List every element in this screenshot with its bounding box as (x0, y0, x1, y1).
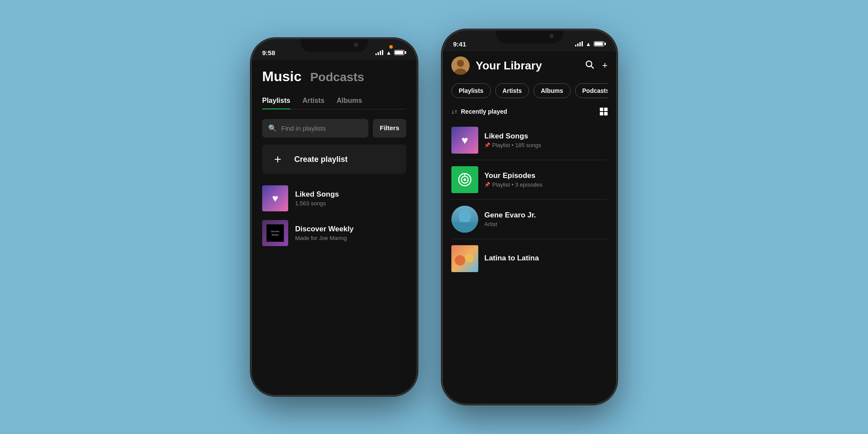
notch-2 (496, 30, 563, 43)
sort-text: Recently played (461, 108, 507, 115)
liked-songs-lib-name: Liked Songs (484, 132, 541, 141)
svg-point-13 (459, 210, 471, 224)
svg-rect-14 (451, 222, 478, 233)
gene-info: Gene Evaro Jr. Artist (484, 211, 536, 227)
search-button[interactable] (585, 59, 594, 72)
discover-weekly-name: Discover Weekly (295, 225, 354, 233)
pill-artists[interactable]: Artists (495, 83, 529, 98)
svg-line-7 (591, 66, 593, 68)
discover-weekly-info: Discover Weekly Made for Joe Maring (295, 225, 354, 241)
latina-name: Latina to Latina (484, 254, 539, 263)
svg-point-16 (455, 255, 465, 266)
tab-artists[interactable]: Artists (302, 97, 325, 109)
library-episodes[interactable]: Your Episodes 📌 Playlist • 3 episodes (451, 162, 608, 197)
gene-name: Gene Evaro Jr. (484, 211, 536, 220)
plus-icon: + (270, 151, 286, 167)
phone-1: 9:58 ▲ Music Podcasts (252, 39, 417, 395)
episodes-sub: 📌 Playlist • 3 episodes (484, 181, 542, 188)
phone-2: 9:41 ▲ (443, 30, 616, 404)
tab-playlists[interactable]: Playlists (262, 97, 290, 109)
svg-point-4 (457, 60, 464, 67)
library-gene[interactable]: Gene Evaro Jr. Artist (451, 201, 608, 237)
pin-icon-2: 📌 (484, 182, 490, 187)
liked-songs-info: Liked Songs 1,563 songs (295, 190, 339, 207)
liked-songs-lib-thumb: ♥ (451, 127, 478, 154)
filter-pills: Playlists Artists Albums Podcasts & Sho (451, 83, 608, 98)
search-box[interactable]: 🔍 Find in playlists (262, 119, 368, 138)
sort-arrows: ↓↑ (451, 108, 457, 115)
liked-songs-lib-info: Liked Songs 📌 Playlist • 185 songs (484, 132, 541, 148)
tabs-row: Playlists Artists Albums (262, 97, 406, 109)
pill-podcasts[interactable]: Podcasts & Sho (575, 83, 608, 98)
tab-albums[interactable]: Albums (337, 97, 362, 109)
status-time-1: 9:58 (262, 49, 275, 56)
add-button[interactable]: + (602, 60, 608, 71)
music-header: Music Podcasts (262, 69, 406, 85)
podcasts-title[interactable]: Podcasts (310, 70, 365, 84)
signal-bars-1 (375, 50, 383, 55)
phone2-screen: Your Library + Playlists Art (443, 51, 616, 404)
status-icons-2: ▲ (575, 41, 606, 47)
filters-button[interactable]: Filters (373, 119, 406, 138)
library-liked-songs[interactable]: ♥ Liked Songs 📌 Playlist • 185 songs (451, 122, 608, 158)
create-playlist-label: Create playlist (294, 155, 348, 164)
battery-icon-2 (594, 41, 606, 46)
phone1-screen: Music Podcasts Playlists Artists Albums (252, 60, 417, 395)
svg-point-17 (465, 254, 474, 263)
heart-icon: ♥ (272, 192, 278, 204)
search-icon: 🔍 (268, 124, 277, 132)
signal-bars-2 (575, 41, 583, 46)
sort-row: ↓↑ Recently played (451, 108, 608, 115)
notch-1 (301, 39, 368, 52)
svg-point-10 (464, 178, 466, 181)
header-actions: + (585, 59, 608, 72)
wifi-icon-1: ▲ (386, 49, 391, 56)
latina-info: Latina to Latina (484, 254, 539, 264)
search-row: 🔍 Find in playlists Filters (262, 119, 406, 138)
episodes-thumb (451, 166, 478, 193)
avatar[interactable] (451, 56, 470, 75)
liked-songs-lib-sub: 📌 Playlist • 185 songs (484, 142, 541, 148)
pill-playlists[interactable]: Playlists (451, 83, 491, 98)
library-header: Your Library + (451, 56, 608, 75)
phones-container: 9:58 ▲ Music Podcasts (252, 30, 616, 404)
liked-songs-name: Liked Songs (295, 190, 339, 199)
status-icons-1: ▲ (375, 49, 406, 56)
orange-dot (389, 45, 393, 49)
discover-weekly-thumb: Discover Weekly (262, 220, 288, 246)
episodes-info: Your Episodes 📌 Playlist • 3 episodes (484, 171, 542, 188)
gene-sub: Artist (484, 221, 536, 227)
sort-label[interactable]: ↓↑ Recently played (451, 108, 507, 115)
liked-songs-item[interactable]: ♥ Liked Songs 1,563 songs (262, 181, 406, 216)
liked-songs-thumb: ♥ (262, 185, 288, 211)
library-latina[interactable]: Latina to Latina (451, 241, 608, 276)
svg-text:Weekly: Weekly (272, 233, 279, 236)
discover-weekly-subtitle: Made for Joe Maring (295, 235, 354, 241)
music-title[interactable]: Music (262, 69, 302, 85)
svg-text:Discover: Discover (271, 230, 279, 233)
pin-icon-1: 📌 (484, 142, 490, 148)
gene-thumb (451, 206, 478, 233)
pill-albums[interactable]: Albums (533, 83, 570, 98)
svg-rect-0 (266, 224, 284, 242)
discover-weekly-item[interactable]: Discover Weekly Discover Weekly Made for… (262, 216, 406, 250)
grid-view-button[interactable] (600, 108, 608, 115)
search-placeholder: Find in playlists (281, 125, 326, 132)
wifi-icon-2: ▲ (585, 41, 591, 47)
latina-thumb (451, 245, 478, 272)
liked-songs-count: 1,563 songs (295, 200, 339, 207)
battery-icon-1 (394, 50, 406, 55)
status-time-2: 9:41 (453, 40, 466, 48)
create-playlist-row[interactable]: + Create playlist (262, 145, 406, 174)
episodes-name: Your Episodes (484, 171, 542, 180)
library-title: Your Library (476, 59, 579, 72)
